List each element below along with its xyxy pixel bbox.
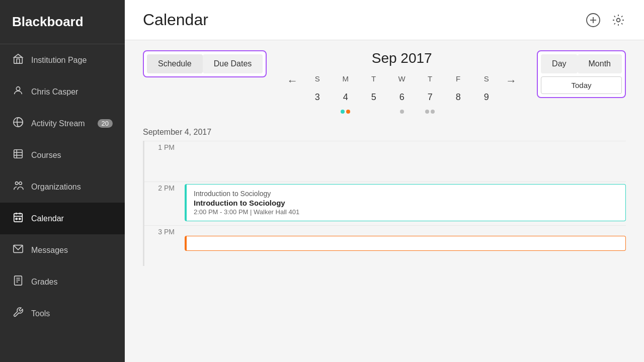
sidebar-item-label-courses: Courses xyxy=(31,151,113,160)
day-9[interactable]: 9 xyxy=(472,87,501,108)
calendar-icon xyxy=(12,212,24,225)
day-8[interactable]: 8 xyxy=(444,87,472,108)
date-label: September 4, 2017 xyxy=(143,128,626,137)
svg-rect-14 xyxy=(19,218,21,220)
mini-calendar: Sep 2017 ← S M T W T F S → 3 xyxy=(267,50,537,116)
day-header-s1: S xyxy=(303,74,332,83)
day-dots xyxy=(287,110,517,116)
sidebar-item-organizations[interactable]: Organizations xyxy=(0,171,125,203)
sidebar-item-courses[interactable]: Courses xyxy=(0,139,125,171)
logo: Blackboard xyxy=(0,0,125,44)
due-dates-button[interactable]: Due Dates xyxy=(203,54,263,73)
day-month-toggle: Day Month Today xyxy=(537,50,626,98)
time-row-3pm: 3 PM xyxy=(144,225,626,266)
week-row: ← S M T W T F S → xyxy=(287,74,517,87)
day-header-m: M xyxy=(332,74,360,83)
settings-button[interactable] xyxy=(611,13,626,28)
time-2pm: 2 PM xyxy=(144,182,180,192)
today-button[interactable]: Today xyxy=(541,76,622,94)
dot-gray-6 xyxy=(400,110,404,114)
sidebar-item-label-activity: Activity Stream xyxy=(31,119,91,128)
event-intro-sociology[interactable]: Introduction to Sociology Introduction t… xyxy=(185,184,626,221)
dot-cell-9 xyxy=(472,110,501,116)
sidebar-item-label-messages: Messages xyxy=(31,246,113,255)
activity-icon xyxy=(12,117,24,130)
sidebar-item-label-profile: Chris Casper xyxy=(31,87,113,97)
svg-rect-9 xyxy=(14,214,23,222)
day-5[interactable]: 5 xyxy=(360,87,388,108)
dot-orange xyxy=(346,110,350,114)
day-7[interactable]: 7 xyxy=(416,87,444,108)
dot-gray-7a xyxy=(425,110,429,114)
dot-gray-7b xyxy=(431,110,435,114)
time-row-1pm: 1 PM xyxy=(144,141,626,182)
sidebar-item-grades[interactable]: Grades xyxy=(0,266,125,298)
dot-cell-3 xyxy=(303,110,332,116)
prev-week-button[interactable]: ← xyxy=(282,72,303,89)
days-row: 3 4 5 6 7 8 9 xyxy=(287,87,517,108)
svg-rect-16 xyxy=(15,276,22,285)
sidebar-item-tools[interactable]: Tools xyxy=(0,298,125,329)
sidebar-item-label-organizations: Organizations xyxy=(31,183,113,192)
svg-point-7 xyxy=(16,182,19,185)
dot-cell-8 xyxy=(444,110,472,116)
sidebar-item-label-tools: Tools xyxy=(31,309,113,318)
svg-rect-3 xyxy=(14,150,23,158)
view-toggle: Schedule Due Dates xyxy=(143,50,267,77)
event-time-loc: 2:00 PM - 3:00 PM | Walker Hall 401 xyxy=(194,208,618,216)
day-header-f: F xyxy=(444,74,472,83)
day-4[interactable]: 4 xyxy=(332,87,360,108)
sidebar: Blackboard Institution Page Chris Casper… xyxy=(0,0,125,362)
day-headers: S M T W T F S xyxy=(303,74,501,83)
sidebar-item-activity[interactable]: Activity Stream 20 xyxy=(0,108,125,139)
month-year: Sep 2017 xyxy=(287,50,517,66)
sidebar-item-calendar[interactable]: Calendar xyxy=(0,203,125,234)
sidebar-item-label-grades: Grades xyxy=(31,278,113,287)
schedule: 1 PM 2 PM Introduction to Sociology Intr… xyxy=(143,141,626,266)
dot-cell-6 xyxy=(388,110,416,116)
activity-badge: 20 xyxy=(98,119,113,128)
day-3[interactable]: 3 xyxy=(303,87,332,108)
header: Calendar xyxy=(125,0,644,40)
controls-row: Schedule Due Dates Sep 2017 ← S M T W T … xyxy=(143,50,626,116)
dot-teal xyxy=(341,110,345,114)
time-content-1pm xyxy=(180,141,626,182)
header-actions xyxy=(586,13,626,28)
tools-icon xyxy=(12,307,24,320)
schedule-button[interactable]: Schedule xyxy=(147,54,203,73)
institution-icon xyxy=(12,53,24,67)
grades-icon xyxy=(12,275,24,289)
day-6[interactable]: 6 xyxy=(388,87,416,108)
time-content-2pm: Introduction to Sociology Introduction t… xyxy=(180,182,626,225)
svg-point-23 xyxy=(617,18,620,22)
messages-icon xyxy=(12,243,24,257)
month-button[interactable]: Month xyxy=(578,54,622,73)
calendar-area: Schedule Due Dates Sep 2017 ← S M T W T … xyxy=(125,40,644,362)
time-content-3pm xyxy=(180,226,626,266)
sidebar-item-profile[interactable]: Chris Casper xyxy=(0,76,125,108)
courses-icon xyxy=(12,148,24,162)
next-week-button[interactable]: → xyxy=(501,72,522,89)
sidebar-item-label-calendar: Calendar xyxy=(31,214,113,223)
sidebar-item-institution[interactable]: Institution Page xyxy=(0,44,125,76)
svg-rect-13 xyxy=(16,218,17,220)
day-header-t1: T xyxy=(360,74,388,83)
time-3pm: 3 PM xyxy=(144,226,180,236)
organizations-icon xyxy=(12,180,24,194)
time-1pm: 1 PM xyxy=(144,141,180,151)
svg-point-1 xyxy=(16,87,20,90)
day-header-s2: S xyxy=(472,74,501,83)
event-3pm-placeholder[interactable] xyxy=(185,236,626,251)
dot-cell-5 xyxy=(360,110,388,116)
time-row-2pm: 2 PM Introduction to Sociology Introduct… xyxy=(144,182,626,225)
sidebar-item-label-institution: Institution Page xyxy=(31,56,113,65)
main-content: Calendar Schedule Due Dates xyxy=(125,0,644,362)
add-event-button[interactable] xyxy=(586,13,601,28)
profile-icon xyxy=(12,85,24,99)
day-button[interactable]: Day xyxy=(541,54,577,73)
dot-cell-4 xyxy=(332,110,360,116)
sidebar-item-messages[interactable]: Messages xyxy=(0,234,125,266)
day-header-w: W xyxy=(388,74,416,83)
dot-cell-7 xyxy=(416,110,444,116)
event-title-main: Introduction to Sociology xyxy=(194,199,618,207)
